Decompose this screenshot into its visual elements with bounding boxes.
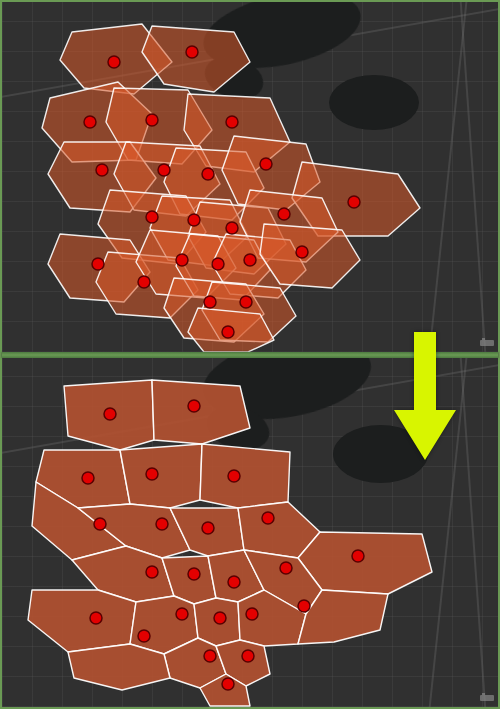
- location-marker: [146, 566, 158, 578]
- location-marker: [222, 678, 234, 690]
- svg-rect-1: [482, 338, 485, 341]
- location-marker: [214, 612, 226, 624]
- location-marker: [202, 168, 214, 180]
- location-marker: [298, 600, 310, 612]
- coverage-polygon: [120, 444, 202, 508]
- polygon-overlay-overlapping: [2, 2, 498, 352]
- location-marker: [156, 518, 168, 530]
- location-marker: [240, 296, 252, 308]
- coverage-polygon: [68, 644, 170, 690]
- map-panel-before: [2, 2, 498, 352]
- location-marker: [146, 468, 158, 480]
- map-attribution-icon: [480, 693, 494, 703]
- location-marker: [188, 568, 200, 580]
- location-marker: [96, 164, 108, 176]
- polygon-group: [28, 380, 432, 706]
- location-marker: [84, 116, 96, 128]
- location-marker: [348, 196, 360, 208]
- location-marker: [280, 562, 292, 574]
- location-marker: [104, 408, 116, 420]
- location-marker: [260, 158, 272, 170]
- location-marker: [158, 164, 170, 176]
- location-marker: [296, 246, 308, 258]
- location-marker: [92, 258, 104, 270]
- map-panel-after: [2, 358, 498, 707]
- location-marker: [226, 116, 238, 128]
- location-marker: [226, 222, 238, 234]
- map-attribution-icon: [480, 338, 494, 348]
- location-marker: [228, 470, 240, 482]
- location-marker: [90, 612, 102, 624]
- location-marker: [138, 276, 150, 288]
- coverage-polygon: [200, 444, 290, 508]
- location-marker: [212, 258, 224, 270]
- before-after-map-figure: [0, 0, 500, 709]
- location-marker: [204, 650, 216, 662]
- location-marker: [242, 650, 254, 662]
- location-marker: [204, 296, 216, 308]
- coverage-polygon: [28, 590, 136, 652]
- location-marker: [176, 608, 188, 620]
- location-marker: [108, 56, 120, 68]
- location-marker: [188, 214, 200, 226]
- location-marker: [146, 211, 158, 223]
- coverage-polygon: [142, 26, 250, 92]
- location-marker: [188, 400, 200, 412]
- location-marker: [176, 254, 188, 266]
- location-marker: [146, 114, 158, 126]
- location-marker: [222, 326, 234, 338]
- location-marker: [186, 46, 198, 58]
- location-marker: [202, 522, 214, 534]
- location-marker: [262, 512, 274, 524]
- polygon-overlay-tessellated: [2, 358, 498, 707]
- coverage-polygon: [152, 380, 250, 444]
- location-marker: [228, 576, 240, 588]
- location-marker: [94, 518, 106, 530]
- location-marker: [138, 630, 150, 642]
- polygon-group: [42, 24, 420, 352]
- svg-rect-3: [482, 693, 485, 696]
- location-marker: [244, 254, 256, 266]
- location-marker: [352, 550, 364, 562]
- location-marker: [82, 472, 94, 484]
- location-marker: [278, 208, 290, 220]
- location-marker: [246, 608, 258, 620]
